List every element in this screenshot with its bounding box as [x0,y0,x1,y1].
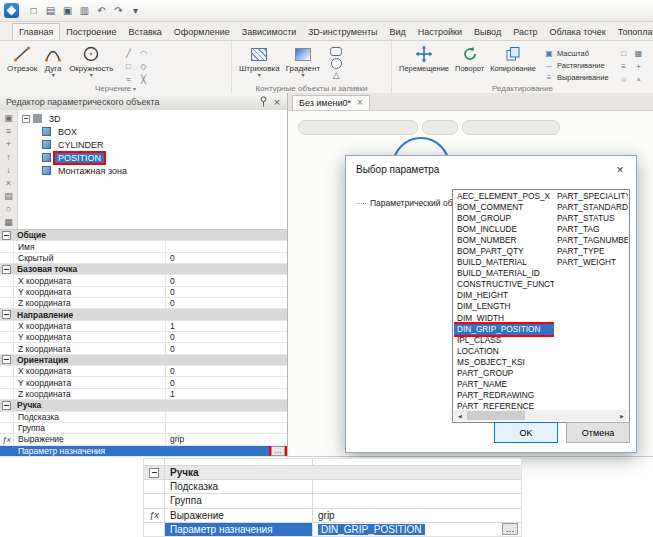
circle-icon[interactable]: ○ [2,203,16,215]
collapse-icon[interactable] [2,355,11,364]
arc-tool-button[interactable]: Дуга ▾ [41,44,65,79]
hint-chip[interactable] [422,120,458,135]
param-item[interactable]: BOM_PART_QTY [454,246,554,257]
param-item[interactable]: PART_REDRAWING [454,390,554,401]
param-item[interactable]: MS_OBJECT_KSI [454,357,554,368]
drawing-tool-icon[interactable]: □ [121,60,135,72]
param-item[interactable]: DIM_WIDTH [454,313,554,324]
property-value[interactable]: … [166,412,287,422]
line-tool-button[interactable]: Отрезок [5,44,39,74]
tree-item-label[interactable]: BOX [55,127,80,137]
property-value[interactable]: 1… [166,321,287,331]
property-row[interactable]: ƒx Общие … [0,230,287,241]
property-value[interactable]: … [165,264,287,274]
property-value[interactable]: grip… [166,434,287,444]
property-row[interactable]: ƒx X координата 0… [0,366,287,377]
collapse-icon[interactable] [149,468,159,478]
triangle-shape-icon[interactable]: △ [333,71,340,80]
chevron-down-icon[interactable]: ▾ [258,73,261,78]
param-item[interactable]: BOM_COMMENT [454,202,554,213]
drawing-tool-icon[interactable]: ◇ [136,60,150,72]
hint-chip[interactable] [298,120,418,135]
circle-shape-icon[interactable] [331,58,342,69]
move-tool-button[interactable]: Перемещение [397,44,451,74]
param-item[interactable]: BOM_INCLUDE [454,224,554,235]
param-item[interactable]: BUILD_MATERIAL_ID [454,268,554,279]
cancel-button[interactable]: Отмена [566,422,630,443]
property-value[interactable]: 1… [166,389,287,399]
move-down-icon[interactable]: ↓ [2,164,16,176]
param-item[interactable]: PART_STANDARD [554,202,628,213]
property-value[interactable]: … [166,241,287,251]
property-row[interactable]: ƒx Имя … [0,241,287,252]
scrollbar-thumb[interactable] [467,411,525,420]
property-row[interactable]: ƒx Z координата 0… [0,298,287,309]
property-value[interactable]: DIN_GRIP_POSITION… [313,523,521,536]
ribbon-tab[interactable]: Вставка [122,24,167,40]
ribbon-tab[interactable]: Зависимости [236,24,303,40]
side-tool-button[interactable]: ▣ Масштаб [544,48,609,59]
document-tab[interactable]: Без имени0* × [292,95,370,110]
expand-icon[interactable] [22,115,30,123]
open-icon[interactable]: ▤ [42,3,59,19]
save-icon[interactable]: ▣ [59,3,76,19]
param-item[interactable]: BUILD_MATERIAL [454,257,554,268]
property-row[interactable]: ƒx Подсказка … [0,412,287,423]
tree-item-label[interactable]: CYLINDER [55,140,107,150]
ellipsis-button[interactable]: … [502,523,518,535]
ribbon-tab[interactable]: Вывод [468,24,507,40]
scroll-left-icon[interactable]: ◀ [454,413,466,419]
delete-icon[interactable]: × [2,177,16,189]
collapse-icon[interactable] [2,310,11,319]
dialog-close-icon[interactable]: × [604,156,636,183]
property-value[interactable]: … [313,494,521,507]
ribbon-tab[interactable]: Вид [384,24,412,40]
side-tool-button[interactable]: ↔ Растягивание [544,60,609,71]
property-value[interactable]: … [313,480,521,493]
list-icon[interactable]: ≡ [2,125,16,137]
param-item[interactable]: BOM_GROUP [454,213,554,224]
ellipsis-button[interactable]: … [271,446,285,456]
close-tab-icon[interactable]: × [357,99,363,107]
param-item[interactable]: PART_STATUS [554,213,628,224]
property-value[interactable]: 0… [166,366,287,376]
tree-item-label[interactable]: 3D [46,114,64,124]
property-value[interactable]: 0… [166,298,287,308]
property-row[interactable]: ƒx Z координата 0… [0,343,287,354]
tree-item[interactable]: BOX [18,125,287,138]
property-row[interactable]: ƒx Базовая точка … [0,264,287,275]
param-item[interactable]: PART_NAME [454,379,554,390]
property-value[interactable]: … [165,355,287,365]
scroll-right-icon[interactable]: ▶ [616,413,628,419]
redo-icon[interactable]: ↷ [110,3,127,19]
property-value[interactable]: … [165,400,287,410]
param-item[interactable]: PART_TAG [554,224,628,235]
dialog-title-bar[interactable]: Выбор параметра × [346,156,636,183]
tree-item[interactable]: POSITION [18,151,287,164]
collapse-icon[interactable] [2,401,11,410]
property-value[interactable]: … [165,230,287,240]
chevron-down-icon[interactable]: ▾ [301,73,304,78]
ribbon-tab[interactable]: Облака точек [544,24,612,40]
property-row[interactable]: ƒx Ориентация … [0,355,287,366]
property-value[interactable]: 0… [166,287,287,297]
chevron-down-icon[interactable]: ▾ [52,73,55,78]
param-item[interactable]: DIM_LENGTH [454,301,554,312]
parameter-list[interactable]: AEC_ELEMENT_POS_X BOM_COMMENT BOM_GROUP … [452,189,630,423]
property-row[interactable]: ƒx Y координата 0… [0,287,287,298]
param-item[interactable]: DIN_GRIP_POSITION [454,324,554,335]
property-value[interactable]: … [166,423,287,433]
param-item[interactable]: PART_REFERENCE [454,401,554,409]
move-up-icon[interactable]: ↑ [2,151,16,163]
property-value[interactable]: 0… [166,253,287,263]
tree-item[interactable]: 3D [18,112,287,125]
rotate-tool-button[interactable]: Поворот [453,44,486,74]
ribbon-tab[interactable]: Растр [507,24,543,40]
ribbon-tab[interactable]: Главная [12,23,60,41]
new-file-icon[interactable]: □ [25,3,42,19]
property-value[interactable]: grip… [313,509,521,522]
property-row[interactable]: ƒx Скрытый 0… [0,253,287,264]
print-icon[interactable]: ▥ [76,3,93,19]
param-item[interactable]: PART_WEIGHT [554,257,628,268]
property-row[interactable]: ƒx Выражение grip… [144,509,521,523]
